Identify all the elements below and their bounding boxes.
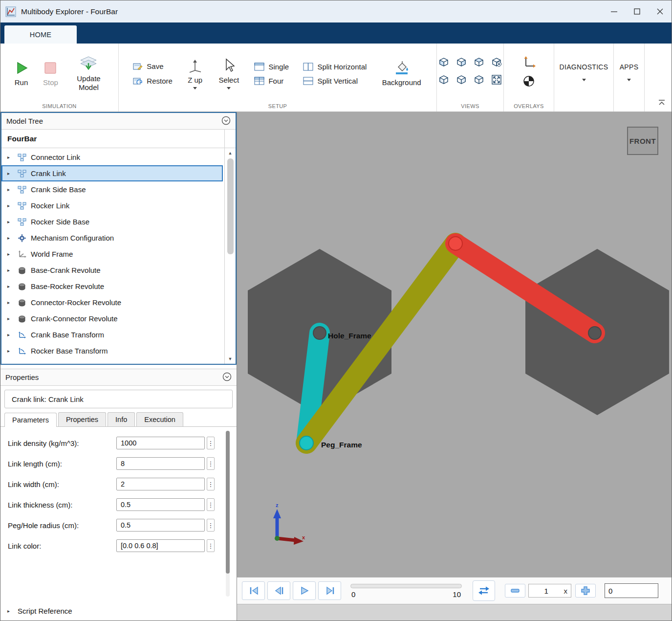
tree-item-crank-link[interactable]: ▸ Crank Link: [1, 165, 223, 181]
expand-arrow-icon[interactable]: ▸: [7, 284, 13, 289]
tab-parameters[interactable]: Parameters: [4, 413, 57, 427]
view-fit-button[interactable]: [490, 73, 503, 87]
link-thickness-input[interactable]: 0.5: [116, 498, 205, 511]
scroll-down-icon[interactable]: ▼: [228, 355, 233, 362]
tree-item-crank-side-base[interactable]: ▸ Crank Side Base: [1, 181, 224, 198]
expand-arrow-icon[interactable]: ▸: [7, 332, 13, 337]
apps-button[interactable]: APPS: [614, 44, 644, 111]
expand-arrow-icon[interactable]: ▸: [7, 316, 13, 321]
peg-hole-radius-input[interactable]: 0.5: [116, 519, 205, 532]
increase-speed-button[interactable]: [575, 584, 596, 598]
tree-item-rocker-base-transform[interactable]: ▸ Rocker Base Transform: [1, 343, 224, 359]
scroll-up-icon[interactable]: ▲: [228, 150, 233, 156]
stop-button[interactable]: Stop: [40, 59, 61, 89]
tree-item-rocker-side-base[interactable]: ▸ Rocker Side Base: [1, 214, 224, 230]
tab-info[interactable]: Info: [108, 412, 135, 426]
save-button[interactable]: Save: [131, 61, 174, 72]
loop-button[interactable]: [473, 580, 495, 601]
expand-arrow-icon[interactable]: ▸: [7, 171, 13, 176]
select-button[interactable]: Select: [216, 56, 242, 91]
maximize-button[interactable]: [626, 0, 649, 22]
kebab-menu-icon[interactable]: ⋮: [207, 478, 215, 490]
model-tree-collapse-button[interactable]: [221, 116, 231, 127]
view-bottom-button[interactable]: [472, 73, 486, 87]
expand-arrow-icon[interactable]: ▸: [7, 267, 13, 273]
collapse-ribbon-icon: [658, 99, 666, 106]
tab-home[interactable]: HOME: [4, 25, 77, 44]
playback-speed-field[interactable]: 1 x: [528, 584, 571, 598]
expand-arrow-icon[interactable]: ▸: [7, 219, 13, 224]
collapse-ribbon-button[interactable]: [658, 99, 666, 108]
tree-item-base-crank-revolute[interactable]: ▸ Base-Crank Revolute: [1, 262, 224, 278]
tree-item-crank-connector-revolute[interactable]: ▸ Crank-Connector Revolute: [1, 310, 224, 327]
frame-overlay-button[interactable]: [522, 55, 536, 71]
timeline-track[interactable]: [350, 584, 462, 588]
background-button[interactable]: Background: [379, 59, 424, 89]
view-right-button[interactable]: [455, 73, 468, 87]
restore-button[interactable]: Restore: [131, 76, 174, 87]
diagnostics-button[interactable]: DIAGNOSTICS: [554, 44, 613, 111]
split-horizontal-button[interactable]: Split Horizontal: [301, 62, 369, 72]
update-model-button[interactable]: Update Model: [69, 54, 108, 93]
kebab-menu-icon[interactable]: ⋮: [207, 437, 215, 449]
revolute-joint-icon: [17, 298, 27, 307]
expand-arrow-icon[interactable]: ▸: [7, 155, 13, 160]
expand-arrow-icon[interactable]: ▸: [7, 235, 13, 241]
model-tree-scrollbar[interactable]: ▲ ▼: [224, 148, 236, 364]
scrollbar-thumb[interactable]: [227, 158, 234, 254]
group-label-setup: SETUP: [119, 103, 436, 109]
single-view-button[interactable]: Single: [252, 62, 291, 72]
window-controls: [603, 0, 672, 22]
current-time-field[interactable]: 0: [605, 583, 658, 598]
viewport-3d[interactable]: FRONT Hole_Frame Peg_Frame z x: [237, 112, 672, 577]
script-reference-expander[interactable]: ▸ Script Reference: [0, 601, 237, 621]
properties-scrollbar[interactable]: [226, 431, 230, 597]
view-top-button[interactable]: [472, 55, 486, 69]
step-back-button[interactable]: [267, 581, 290, 600]
step-forward-button[interactable]: [318, 581, 341, 600]
close-button[interactable]: [649, 0, 672, 22]
center-of-mass-overlay-button[interactable]: [522, 75, 535, 89]
tree-item-base-rocker-revolute[interactable]: ▸ Base-Rocker Revolute: [1, 278, 224, 294]
four-view-button[interactable]: Four: [252, 76, 291, 86]
link-length-input[interactable]: 8: [116, 457, 205, 470]
link-color-input[interactable]: [0.0 0.6 0.8]: [116, 539, 205, 552]
tree-root-row[interactable]: FourBar: [1, 130, 236, 148]
run-button[interactable]: Run: [11, 59, 32, 89]
view-left-button[interactable]: [437, 73, 451, 87]
kebab-menu-icon[interactable]: ⋮: [207, 539, 215, 552]
tab-properties[interactable]: Properties: [58, 412, 106, 426]
z-up-button[interactable]: Z up: [185, 56, 205, 91]
expand-arrow-icon: ▸: [7, 608, 13, 614]
link-density-input[interactable]: 1000: [116, 437, 205, 449]
tree-item-world-frame[interactable]: ▸ World Frame: [1, 246, 224, 262]
scrollbar-thumb[interactable]: [226, 431, 230, 574]
kebab-menu-icon[interactable]: ⋮: [207, 498, 215, 511]
properties-collapse-button[interactable]: [222, 372, 232, 383]
view-back-button[interactable]: [455, 55, 468, 69]
tab-execution[interactable]: Execution: [136, 412, 183, 426]
skip-to-start-button[interactable]: [242, 581, 265, 600]
play-button[interactable]: [293, 581, 316, 600]
kebab-menu-icon[interactable]: ⋮: [207, 519, 215, 532]
tree-item-rocker-link[interactable]: ▸ Rocker Link: [1, 198, 224, 214]
decrease-speed-button[interactable]: [505, 584, 525, 598]
tree-item-mechanism-configuration[interactable]: ▸ Mechanism Configuration: [1, 230, 224, 246]
kebab-menu-icon[interactable]: ⋮: [207, 457, 215, 470]
tree-item-connector-rocker-revolute[interactable]: ▸ Connector-Rocker Revolute: [1, 294, 224, 310]
split-vertical-button[interactable]: Split Vertical: [301, 76, 369, 86]
tree-item-crank-base-transform[interactable]: ▸ Crank Base Transform: [1, 327, 224, 343]
view-isometric-button[interactable]: [490, 55, 503, 69]
view-front-button[interactable]: [437, 55, 451, 69]
minimize-button[interactable]: [603, 0, 626, 22]
expand-arrow-icon[interactable]: ▸: [7, 187, 13, 192]
link-width-input[interactable]: 2: [116, 478, 205, 490]
expand-arrow-icon[interactable]: ▸: [7, 348, 13, 354]
timeline-slider[interactable]: 0 10: [350, 577, 462, 604]
expand-arrow-icon[interactable]: ▸: [7, 203, 13, 208]
expand-arrow-icon[interactable]: ▸: [7, 251, 13, 257]
expand-arrow-icon[interactable]: ▸: [7, 300, 13, 305]
view-orientation-badge[interactable]: FRONT: [627, 127, 658, 155]
loop-icon: [477, 585, 491, 596]
tree-item-connector-link[interactable]: ▸ Connector Link: [1, 149, 224, 165]
